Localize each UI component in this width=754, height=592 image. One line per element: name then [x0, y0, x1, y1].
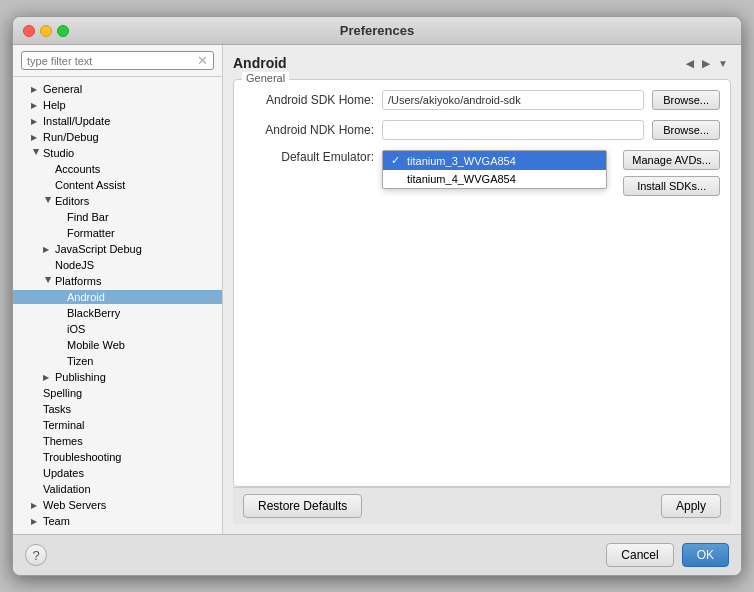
help-button[interactable]: ?: [25, 544, 47, 566]
search-box: ✕: [13, 45, 222, 77]
sidebar-item-android[interactable]: Android: [13, 290, 222, 304]
sdk-home-row: Android SDK Home: Browse...: [244, 90, 720, 110]
chevron-right-icon: ▶: [43, 373, 53, 382]
ok-button[interactable]: OK: [682, 543, 729, 567]
sidebar-item-content-assist[interactable]: Content Assist: [13, 178, 222, 192]
sidebar-item-studio[interactable]: ▶ Studio: [13, 146, 222, 160]
ndk-home-input[interactable]: [382, 120, 644, 140]
maximize-button[interactable]: [57, 25, 69, 37]
list-item: Updates: [13, 465, 222, 481]
sidebar-item-find-bar[interactable]: Find Bar: [13, 210, 222, 224]
list-item: NodeJS: [13, 257, 222, 273]
emulator-action-buttons: Manage AVDs... Install SDKs...: [623, 150, 720, 196]
list-item: ▶ Team: [13, 513, 222, 529]
list-item: Find Bar: [13, 209, 222, 225]
sidebar-item-troubleshooting[interactable]: Troubleshooting: [13, 450, 222, 464]
list-item: Troubleshooting: [13, 449, 222, 465]
list-item: ▶ Publishing: [13, 369, 222, 385]
sidebar-item-general[interactable]: ▶ General: [13, 82, 222, 96]
sidebar-item-javascript-debug[interactable]: ▶ JavaScript Debug: [13, 242, 222, 256]
manage-avds-button[interactable]: Manage AVDs...: [623, 150, 720, 170]
sidebar-item-themes[interactable]: Themes: [13, 434, 222, 448]
next-arrow-icon[interactable]: ▶: [699, 57, 713, 70]
check-icon: ✓: [391, 154, 403, 167]
ndk-home-label: Android NDK Home:: [244, 123, 374, 137]
search-input[interactable]: [27, 55, 193, 67]
minimize-button[interactable]: [40, 25, 52, 37]
sidebar-item-tizen[interactable]: Tizen: [13, 354, 222, 368]
sidebar-item-run-debug[interactable]: ▶ Run/Debug: [13, 130, 222, 144]
sidebar-item-validation[interactable]: Validation: [13, 482, 222, 496]
traffic-lights: [23, 25, 69, 37]
chevron-right-icon: ▶: [31, 101, 41, 110]
sidebar-item-platforms[interactable]: ▶ Platforms: [13, 274, 222, 288]
panel-header: Android ◀ ▶ ▼: [233, 55, 731, 71]
browse-sdk-button[interactable]: Browse...: [652, 90, 720, 110]
main-content: ✕ ▶ General ▶ Help: [13, 45, 741, 534]
sidebar-item-ios[interactable]: iOS: [13, 322, 222, 336]
cancel-button[interactable]: Cancel: [606, 543, 673, 567]
install-sdks-button[interactable]: Install SDKs...: [623, 176, 720, 196]
sidebar-item-blackberry[interactable]: BlackBerry: [13, 306, 222, 320]
spacer-icon: [31, 453, 41, 462]
sidebar-item-tasks[interactable]: Tasks: [13, 402, 222, 416]
sidebar-item-help[interactable]: ▶ Help: [13, 98, 222, 112]
spacer-icon: [55, 341, 65, 350]
spacer-icon: [55, 229, 65, 238]
spacer-icon: [43, 165, 53, 174]
list-item: Accounts: [13, 161, 222, 177]
dropdown-item-titanium3[interactable]: ✓ titanium_3_WVGA854: [383, 151, 606, 170]
sidebar-item-updates[interactable]: Updates: [13, 466, 222, 480]
search-input-wrap: ✕: [21, 51, 214, 70]
chevron-right-icon: ▶: [31, 117, 41, 126]
window-title: Preferences: [340, 23, 414, 38]
chevron-down-icon: ▶: [32, 148, 41, 158]
list-item: Validation: [13, 481, 222, 497]
empty-icon: [391, 173, 403, 185]
prev-arrow-icon[interactable]: ◀: [683, 57, 697, 70]
search-clear-icon[interactable]: ✕: [197, 54, 208, 67]
sidebar-item-mobile-web[interactable]: Mobile Web: [13, 338, 222, 352]
main-panel: Android ◀ ▶ ▼ General Android SDK Home: …: [223, 45, 741, 534]
sidebar-item-nodejs[interactable]: NodeJS: [13, 258, 222, 272]
close-button[interactable]: [23, 25, 35, 37]
list-item: ▶ General: [13, 81, 222, 97]
spacer-icon: [31, 421, 41, 430]
sdk-home-input[interactable]: [382, 90, 644, 110]
list-item: Content Assist: [13, 177, 222, 193]
list-item: ▶ Platforms: [13, 273, 222, 289]
list-item: Tasks: [13, 401, 222, 417]
sidebar-item-formatter[interactable]: Formatter: [13, 226, 222, 240]
apply-button[interactable]: Apply: [661, 494, 721, 518]
titlebar: Preferences: [13, 17, 741, 45]
sidebar-item-editors[interactable]: ▶ Editors: [13, 194, 222, 208]
list-item: Formatter: [13, 225, 222, 241]
list-item: Mobile Web: [13, 337, 222, 353]
sidebar-item-team[interactable]: ▶ Team: [13, 514, 222, 528]
sidebar: ✕ ▶ General ▶ Help: [13, 45, 223, 534]
sidebar-item-spelling[interactable]: Spelling: [13, 386, 222, 400]
chevron-right-icon: ▶: [31, 501, 41, 510]
list-item: ▶ Run/Debug: [13, 129, 222, 145]
tree: ▶ General ▶ Help ▶ Install/Update: [13, 77, 222, 534]
spacer-icon: [31, 469, 41, 478]
list-item: BlackBerry: [13, 305, 222, 321]
dropdown-arrow-icon[interactable]: ▼: [715, 57, 731, 70]
browse-ndk-button[interactable]: Browse...: [652, 120, 720, 140]
restore-defaults-button[interactable]: Restore Defaults: [243, 494, 362, 518]
dropdown-item-titanium4[interactable]: titanium_4_WVGA854: [383, 170, 606, 188]
list-item: ▶ JavaScript Debug: [13, 241, 222, 257]
sidebar-item-accounts[interactable]: Accounts: [13, 162, 222, 176]
sidebar-item-install-update[interactable]: ▶ Install/Update: [13, 114, 222, 128]
sidebar-item-terminal[interactable]: Terminal: [13, 418, 222, 432]
chevron-down-icon: ▶: [44, 276, 53, 286]
sidebar-item-publishing[interactable]: ▶ Publishing: [13, 370, 222, 384]
general-group: General Android SDK Home: Browse... Andr…: [233, 79, 731, 487]
list-item: ▶ Install/Update: [13, 113, 222, 129]
spacer-icon: [55, 309, 65, 318]
sidebar-item-web-servers[interactable]: ▶ Web Servers: [13, 498, 222, 512]
list-item: ▶ Help: [13, 97, 222, 113]
sdk-home-label: Android SDK Home:: [244, 93, 374, 107]
list-item: Android: [13, 289, 222, 305]
panel-bottom-bar: Restore Defaults Apply: [233, 487, 731, 524]
